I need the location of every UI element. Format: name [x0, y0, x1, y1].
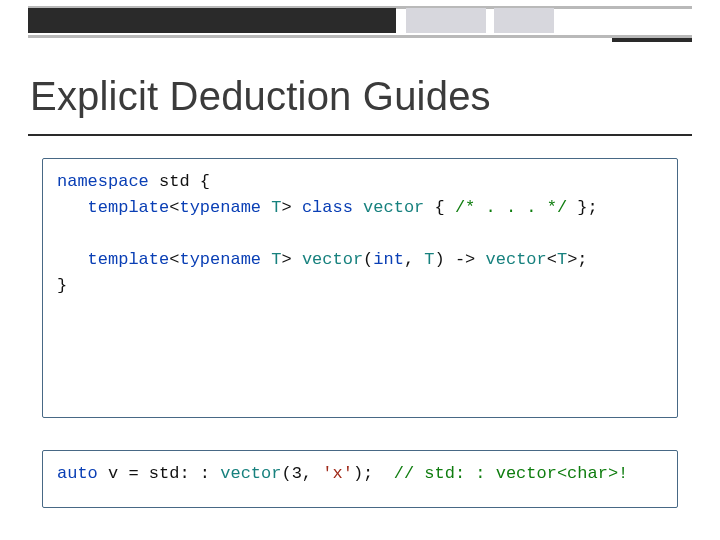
- kw-auto: auto: [57, 464, 98, 483]
- decor-chip: [494, 8, 554, 33]
- title-underline: [28, 134, 692, 136]
- decor-bar-small: [612, 38, 692, 42]
- type-T: T: [557, 250, 567, 269]
- kw-template: template: [88, 198, 170, 217]
- kw-template: template: [88, 250, 170, 269]
- type-T: T: [271, 250, 281, 269]
- type-vector: vector: [363, 198, 424, 217]
- slide: Explicit Deduction Guides namespace std …: [0, 0, 720, 540]
- type-vector: vector: [220, 464, 281, 483]
- type-T: T: [271, 198, 281, 217]
- char-literal: 'x': [322, 464, 353, 483]
- decor-line: [28, 35, 692, 38]
- comment-block: /* . . . */: [455, 198, 567, 217]
- kw-typename: typename: [179, 198, 261, 217]
- slide-title: Explicit Deduction Guides: [30, 74, 491, 119]
- kw-int: int: [373, 250, 404, 269]
- kw-class: class: [302, 198, 353, 217]
- code-text: namespace std { template<typename T> cla…: [57, 169, 663, 299]
- code-block-main: namespace std { template<typename T> cla…: [42, 158, 678, 418]
- decor-bar-dark: [28, 8, 396, 33]
- type-vector: vector: [486, 250, 547, 269]
- type-T: T: [424, 250, 434, 269]
- code-text: auto v = std: : vector(3, 'x'); // std: …: [57, 461, 663, 487]
- kw-namespace: namespace: [57, 172, 149, 191]
- decor-chip: [406, 8, 486, 33]
- type-vector: vector: [302, 250, 363, 269]
- comment-line: // std: : vector<char>!: [394, 464, 629, 483]
- kw-typename: typename: [179, 250, 261, 269]
- code-block-example: auto v = std: : vector(3, 'x'); // std: …: [42, 450, 678, 508]
- top-decor: [28, 18, 692, 50]
